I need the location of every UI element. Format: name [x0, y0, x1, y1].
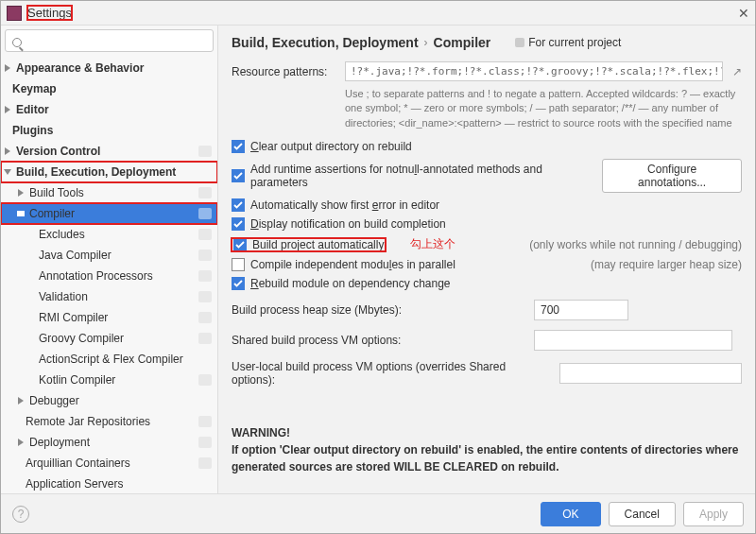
checkbox-label[interactable]: Automatically show first error in editor [250, 198, 439, 212]
tree-item-java-compiler[interactable]: Java Compiler [1, 245, 217, 266]
resource-patterns-input[interactable]: !?*.java;!?*.form;!?*.class;!?*.groovy;!… [345, 61, 723, 81]
tree-item-label: Build, Execution, Deployment [16, 165, 212, 179]
arrow-icon [18, 397, 24, 405]
for-current-project: For current project [515, 36, 621, 49]
warning-body: If option 'Clear output directory on reb… [232, 441, 742, 475]
breadcrumb-1: Compiler [434, 35, 491, 50]
copy-icon [198, 187, 212, 198]
checkbox[interactable] [232, 198, 245, 212]
apply-button[interactable]: Apply [683, 502, 744, 526]
shared-vm-label: Shared build process VM options: [232, 334, 524, 347]
copy-icon [198, 146, 212, 157]
tree-item-label: Appearance & Behavior [16, 61, 212, 75]
checkbox[interactable] [232, 140, 245, 153]
tree-item-rmi-compiler[interactable]: RMI Compiler [1, 307, 217, 328]
warning-block: WARNING! If option 'Clear output directo… [232, 424, 742, 475]
checkbox-label[interactable]: Display notification on build completion [250, 217, 446, 231]
checkbox-label[interactable]: Compile independent modules in parallel [250, 258, 455, 271]
tree-item-label: Deployment [29, 436, 195, 449]
copy-icon [198, 374, 212, 386]
window-title: Settings [27, 6, 72, 20]
arrow-icon [5, 147, 10, 155]
tree-item-kotlin-compiler[interactable]: Kotlin Compiler [1, 370, 217, 390]
tree-item-version-control[interactable]: Version Control [1, 141, 217, 162]
tree-item-deployment[interactable]: Deployment [1, 432, 217, 453]
tree-item-validation[interactable]: Validation [1, 286, 217, 307]
tree-item-annotation-processors[interactable]: Annotation Processors [1, 266, 217, 286]
tree-item-label: Remote Jar Repositories [26, 415, 195, 428]
warning-title: WARNING! [232, 424, 742, 441]
copy-icon [198, 270, 212, 282]
tree-item-label: Arquillian Containers [26, 456, 195, 470]
tree-item-editor[interactable]: Editor [1, 99, 217, 120]
configure-annotations-button[interactable]: Configure annotations... [602, 159, 742, 193]
checkbox[interactable] [233, 238, 247, 251]
shared-vm-input[interactable] [534, 330, 732, 351]
copy-icon [198, 333, 212, 344]
annotation: 勾上这个 [410, 236, 455, 252]
tree-item-label: Editor [16, 103, 212, 116]
tree-item-appearance-behavior[interactable]: Appearance & Behavior [1, 58, 217, 78]
checkbox-label[interactable]: Add runtime assertions for notnull-annot… [250, 163, 587, 189]
tree-item-remote-jar-repositories[interactable]: Remote Jar Repositories [1, 411, 217, 432]
checkbox-note: (may require larger heap size) [591, 258, 742, 271]
tree-item-groovy-compiler[interactable]: Groovy Compiler [1, 328, 217, 349]
tree-item-label: Version Control [16, 145, 195, 158]
breadcrumb-0[interactable]: Build, Execution, Deployment [232, 35, 419, 50]
tree-item-build-execution-deployment[interactable]: Build, Execution, Deployment [1, 162, 217, 182]
close-icon[interactable]: ✕ [738, 6, 749, 21]
footer: ? OK Cancel Apply [1, 493, 755, 533]
tree-item-label: Kotlin Compiler [39, 373, 195, 387]
ok-button[interactable]: OK [541, 502, 600, 526]
heap-size-input[interactable] [534, 300, 628, 320]
checkbox[interactable] [232, 169, 245, 182]
copy-icon [198, 250, 212, 261]
copy-icon [198, 312, 212, 323]
search-input[interactable] [5, 29, 214, 52]
checkbox[interactable] [232, 277, 245, 290]
copy-icon [198, 229, 212, 240]
user-vm-label: User-local build process VM options (ove… [232, 360, 550, 387]
project-icon [515, 38, 524, 47]
tree-item-excludes[interactable]: Excludes [1, 224, 217, 245]
tree-item-label: Build Tools [29, 186, 195, 199]
checkbox-label[interactable]: Clear output directory on rebuild [250, 140, 412, 153]
user-vm-input[interactable] [559, 363, 742, 384]
arrow-icon [18, 189, 24, 197]
tree-item-label: Java Compiler [39, 249, 195, 262]
checkbox-label[interactable]: Build project automatically [252, 238, 384, 251]
copy-icon [198, 457, 212, 469]
arrow-icon [5, 106, 10, 113]
tree-item-compiler[interactable]: Compiler [1, 203, 217, 224]
cancel-button[interactable]: Cancel [609, 502, 676, 526]
tree-item-label: Plugins [12, 124, 212, 137]
arrow-icon [18, 439, 24, 446]
chevron-right-icon: › [424, 36, 428, 49]
tree-item-build-tools[interactable]: Build Tools [1, 182, 217, 203]
copy-icon [198, 208, 212, 219]
settings-body: Resource patterns: !?*.java;!?*.form;!?*… [218, 54, 755, 493]
checkbox[interactable] [232, 258, 245, 271]
checkbox[interactable] [232, 217, 245, 231]
tree-item-arquillian-containers[interactable]: Arquillian Containers [1, 453, 217, 474]
tree-item-actionscript-flex-compiler[interactable]: ActionScript & Flex Compiler [1, 349, 217, 370]
tree-item-label: RMI Compiler [39, 311, 195, 324]
app-icon [7, 6, 22, 21]
checkbox-label[interactable]: Rebuild module on dependency change [250, 277, 451, 290]
tree-item-label: Validation [39, 290, 195, 303]
main: Appearance & BehaviorKeymapEditorPlugins… [1, 26, 755, 493]
help-icon[interactable]: ? [12, 506, 29, 523]
arrow-icon [5, 64, 10, 72]
tree-item-application-servers[interactable]: Application Servers [1, 474, 217, 493]
search-bar [1, 26, 217, 56]
tree-item-label: ActionScript & Flex Compiler [39, 353, 212, 366]
settings-tree[interactable]: Appearance & BehaviorKeymapEditorPlugins… [1, 56, 217, 493]
tree-item-keymap[interactable]: Keymap [1, 78, 217, 99]
copy-icon [198, 437, 212, 448]
tree-item-plugins[interactable]: Plugins [1, 120, 217, 141]
expand-icon[interactable]: ↗ [732, 61, 742, 78]
titlebar: Settings ✕ [1, 1, 755, 26]
tree-item-debugger[interactable]: Debugger [1, 390, 217, 411]
copy-icon [198, 291, 212, 302]
tree-item-label: Compiler [29, 207, 195, 220]
